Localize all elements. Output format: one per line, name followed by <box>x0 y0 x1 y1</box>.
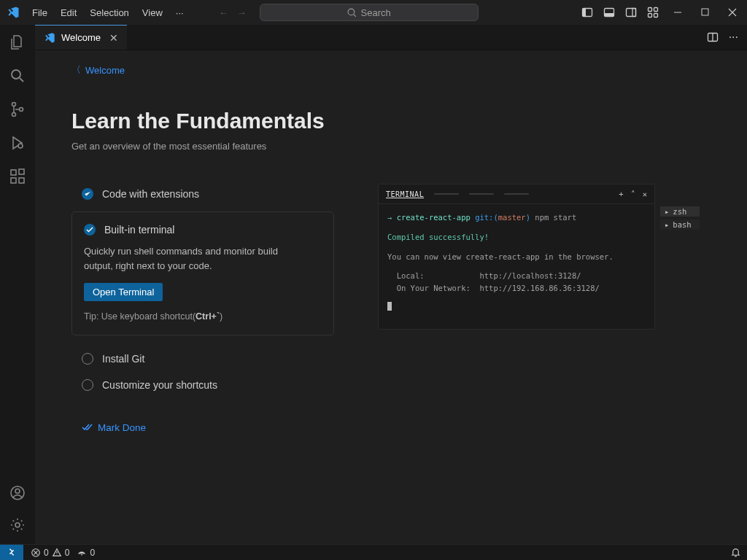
svg-rect-7 <box>654 8 658 12</box>
menu-view[interactable]: View <box>136 4 169 21</box>
terminal-cursor <box>387 302 392 311</box>
window-controls <box>673 8 737 17</box>
svg-rect-4 <box>627 9 636 17</box>
svg-rect-19 <box>19 169 24 174</box>
check-icon <box>84 224 96 236</box>
back-label: Welcome <box>85 65 125 76</box>
toggle-panel-icon[interactable] <box>603 7 615 18</box>
svg-point-14 <box>20 108 23 112</box>
tab-title: Welcome <box>61 32 101 43</box>
run-debug-icon[interactable] <box>9 134 26 152</box>
status-bar: 0 0 0 <box>0 544 747 560</box>
circle-icon <box>82 379 93 391</box>
customize-layout-icon[interactable] <box>647 7 659 18</box>
source-control-icon[interactable] <box>9 101 26 118</box>
terminal-list: ▸zsh ▸bash <box>660 206 700 230</box>
status-problems[interactable]: 0 0 <box>31 548 69 558</box>
chevron-up-icon: ˄ <box>631 190 635 198</box>
svg-rect-10 <box>702 9 708 15</box>
search-placeholder: Search <box>361 7 391 18</box>
svg-point-11 <box>12 70 20 79</box>
explorer-icon[interactable] <box>9 34 26 51</box>
terminal-panel-tab: TERMINAL <box>386 190 424 198</box>
minimize-icon[interactable] <box>673 8 682 17</box>
svg-point-25 <box>82 553 83 555</box>
svg-point-12 <box>12 103 16 106</box>
close-panel-icon: ✕ <box>643 190 647 198</box>
svg-rect-5 <box>632 9 636 17</box>
svg-point-22 <box>15 523 20 527</box>
svg-point-15 <box>18 144 23 148</box>
status-ports-count: 0 <box>90 548 95 558</box>
svg-rect-9 <box>654 14 658 18</box>
step-install-git[interactable]: Install Git <box>71 346 334 372</box>
vscode-logo-icon <box>6 5 20 20</box>
check-icon <box>82 188 93 200</box>
search-icon[interactable] <box>9 67 26 85</box>
step-code-with-extensions[interactable]: Code with extensions <box>71 181 334 207</box>
svg-rect-8 <box>649 14 652 18</box>
accounts-icon[interactable] <box>9 484 26 502</box>
nav-back-icon[interactable]: ← <box>219 7 228 18</box>
svg-rect-16 <box>11 170 16 175</box>
search-input[interactable]: Search <box>260 4 479 21</box>
page-subtitle: Get an overview of the most essential fe… <box>71 141 711 152</box>
toggle-primary-sidebar-icon[interactable] <box>581 7 593 18</box>
status-notifications-icon[interactable] <box>730 547 741 558</box>
menu-file[interactable]: File <box>26 4 53 21</box>
svg-point-21 <box>15 489 20 494</box>
vscode-tab-icon <box>44 32 55 44</box>
step-label: Built-in terminal <box>104 224 174 236</box>
split-editor-icon[interactable] <box>707 31 719 43</box>
step-description: Quickly run shell commands and monitor b… <box>84 244 288 273</box>
menu-bar: File Edit Selection View ··· <box>26 4 190 21</box>
menu-overflow-icon[interactable]: ··· <box>170 4 190 21</box>
menu-selection[interactable]: Selection <box>84 4 134 21</box>
step-label: Install Git <box>102 353 144 365</box>
svg-rect-17 <box>11 178 16 183</box>
layout-controls <box>581 7 659 18</box>
mark-done-link[interactable]: Mark Done <box>82 421 334 433</box>
chevron-left-icon: 〈 <box>71 63 81 77</box>
more-actions-icon[interactable]: ··· <box>729 31 738 44</box>
settings-gear-icon[interactable] <box>9 516 26 534</box>
step-tip: Tip: Use keyboard shortcut(Ctrl+`) <box>84 311 322 322</box>
titlebar: File Edit Selection View ··· ← → Search <box>0 0 747 25</box>
nav-arrows: ← → <box>219 7 247 18</box>
svg-rect-6 <box>649 8 652 12</box>
tab-welcome[interactable]: Welcome ✕ <box>35 25 127 50</box>
step-label: Code with extensions <box>102 188 199 200</box>
new-terminal-icon: + <box>619 190 623 198</box>
svg-point-13 <box>12 113 16 117</box>
step-built-in-terminal: Built-in terminal Quickly run shell comm… <box>71 211 334 335</box>
svg-rect-18 <box>19 178 24 183</box>
terminal-list-item: ▸bash <box>660 219 700 230</box>
open-terminal-button[interactable]: Open Terminal <box>84 283 163 301</box>
terminal-list-item: ▸zsh <box>660 206 700 217</box>
menu-edit[interactable]: Edit <box>55 4 82 21</box>
tab-close-icon[interactable]: ✕ <box>109 32 118 44</box>
back-to-welcome-link[interactable]: 〈 Welcome <box>71 63 711 77</box>
status-errors-count: 0 <box>44 548 49 558</box>
welcome-content: 〈 Welcome Learn the Fundamentals Get an … <box>35 50 747 544</box>
status-warnings-count: 0 <box>65 548 70 558</box>
remote-indicator-icon[interactable] <box>0 545 23 561</box>
close-icon[interactable] <box>728 8 737 17</box>
step-customize-shortcuts[interactable]: Customize your shortcuts <box>71 372 334 398</box>
terminal-output: → create-react-app git:(master) npm star… <box>379 204 654 329</box>
status-ports[interactable]: 0 <box>77 548 95 558</box>
check-all-icon <box>82 421 93 433</box>
terminal-preview: TERMINAL + ˄ ✕ → creat <box>378 181 655 433</box>
svg-rect-1 <box>583 9 587 17</box>
svg-rect-3 <box>605 13 614 17</box>
tab-bar: Welcome ✕ ··· <box>35 25 747 50</box>
page-title: Learn the Fundamentals <box>71 109 711 133</box>
extensions-icon[interactable] <box>9 168 26 185</box>
activity-bar <box>0 25 35 544</box>
terminal-actions: + ˄ ✕ <box>619 190 647 198</box>
circle-icon <box>82 353 93 365</box>
maximize-icon[interactable] <box>701 8 709 17</box>
nav-forward-icon[interactable]: → <box>237 7 247 18</box>
toggle-secondary-sidebar-icon[interactable] <box>625 7 637 18</box>
step-label: Customize your shortcuts <box>102 379 217 391</box>
